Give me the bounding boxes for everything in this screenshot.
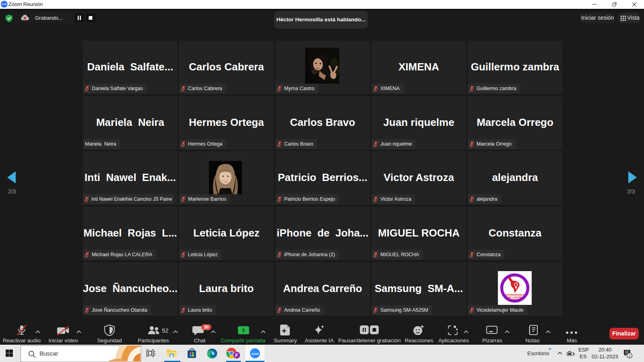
svg-text:1: 1 [628,354,630,358]
svg-text:F: F [235,353,238,358]
svg-text:PARTIDO SOCIALISTA DE CHILE: PARTIDO SOCIALISTA DE CHILE [507,298,523,300]
svg-text:DE LA MUJER: DE LA MUJER [508,296,522,298]
svg-text:zoom: zoom [251,352,258,355]
